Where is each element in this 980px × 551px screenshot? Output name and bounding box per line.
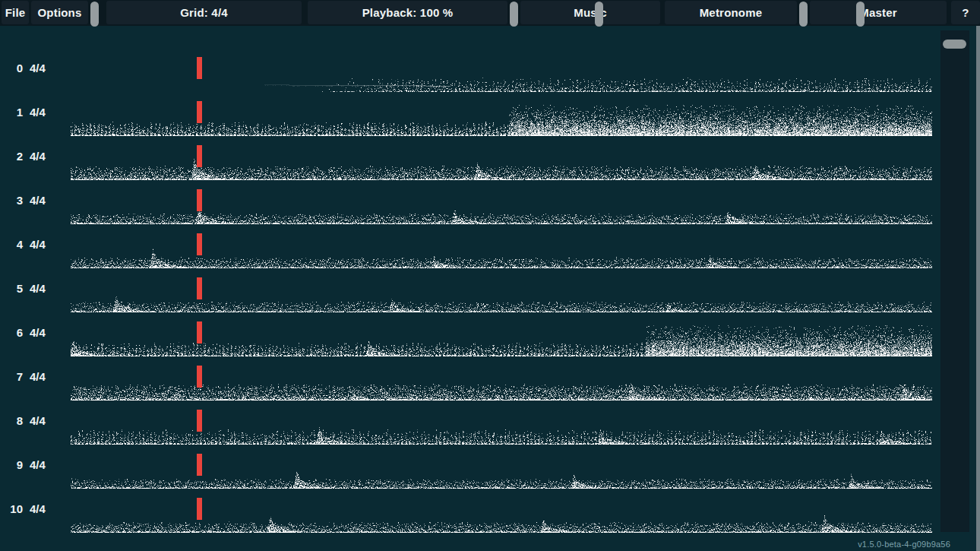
track-number: 0 xyxy=(3,62,23,74)
playhead-dash[interactable] xyxy=(197,321,202,344)
playhead-dash[interactable] xyxy=(197,410,202,432)
track-number: 10 xyxy=(3,502,23,515)
track-number: 7 xyxy=(3,370,23,383)
track-number: 6 xyxy=(3,326,23,339)
track-row: 0 4/4 xyxy=(0,48,980,92)
master-volume-label: Master xyxy=(859,6,897,19)
master-volume-handle[interactable] xyxy=(856,2,865,27)
track-time-signature: 4/4 xyxy=(30,106,46,119)
playhead-dash[interactable] xyxy=(197,233,202,255)
track-time-signature: 4/4 xyxy=(30,238,46,251)
track-time-signature: 4/4 xyxy=(30,62,46,74)
track-row: 9 4/4 xyxy=(0,445,980,489)
menu-item-options[interactable]: Options xyxy=(31,1,88,24)
metronome-volume-label: Metronome xyxy=(700,6,763,19)
menu-bar: File Options Grid: 4/4 Playback: 100 % M… xyxy=(0,0,980,26)
grid-setting-label: Grid: 4/4 xyxy=(180,6,228,19)
music-volume-slider[interactable]: Music xyxy=(520,1,660,24)
track-time-signature: 4/4 xyxy=(30,282,46,295)
metronome-volume-handle[interactable] xyxy=(799,2,808,27)
track-time-signature: 4/4 xyxy=(30,326,46,339)
version-label: v1.5.0-beta-4-g09b9a56 xyxy=(858,540,950,549)
menu-item-options-label: Options xyxy=(37,6,81,19)
playhead-dash[interactable] xyxy=(197,277,202,299)
music-volume-handle[interactable] xyxy=(595,2,603,27)
track-number: 3 xyxy=(3,194,23,207)
main-area: v1.5.0-beta-4-g09b9a56 0 4/4 1 4/4 2 4/4… xyxy=(0,26,980,551)
track-row: 4 4/4 xyxy=(0,224,980,268)
track-time-signature: 4/4 xyxy=(30,502,46,515)
playhead-dash[interactable] xyxy=(197,498,202,520)
track-row: 2 4/4 xyxy=(0,136,980,180)
track-row: 1 4/4 xyxy=(0,92,980,136)
menu-item-file-label: File xyxy=(5,6,26,19)
track-row: 6 4/4 xyxy=(0,312,980,356)
app-window: File Options Grid: 4/4 Playback: 100 % M… xyxy=(0,0,980,551)
help-button-label: ? xyxy=(962,6,969,19)
playhead-dash[interactable] xyxy=(197,454,202,476)
track-number: 8 xyxy=(3,414,23,427)
master-volume-slider[interactable]: Master xyxy=(810,1,947,24)
menu-item-file[interactable]: File xyxy=(2,1,29,24)
playback-slider-handle[interactable] xyxy=(510,2,518,27)
track-number: 4 xyxy=(3,238,23,251)
help-button[interactable]: ? xyxy=(951,1,980,24)
metronome-volume-slider[interactable]: Metronome xyxy=(665,1,797,24)
track-number: 1 xyxy=(3,106,23,119)
playhead-dash[interactable] xyxy=(197,145,202,167)
grid-setting-button[interactable]: Grid: 4/4 xyxy=(106,1,302,24)
track-time-signature: 4/4 xyxy=(30,150,46,163)
track-number: 9 xyxy=(3,458,23,471)
track-row: 5 4/4 xyxy=(0,268,980,312)
track-number: 2 xyxy=(3,150,23,163)
track-time-signature: 4/4 xyxy=(30,458,46,471)
track-time-signature: 4/4 xyxy=(30,370,46,383)
playback-speed-label: Playback: 100 % xyxy=(362,6,454,19)
track-row: 10 4/4 xyxy=(0,489,980,533)
playhead-dash[interactable] xyxy=(197,366,202,388)
track-number: 5 xyxy=(3,282,23,295)
playhead-dash[interactable] xyxy=(197,101,202,123)
playback-speed-slider[interactable]: Playback: 100 % xyxy=(308,1,507,24)
track-time-signature: 4/4 xyxy=(30,194,46,207)
playhead-dash[interactable] xyxy=(197,189,202,211)
track-time-signature: 4/4 xyxy=(30,414,46,427)
track-row: 7 4/4 xyxy=(0,356,980,401)
playhead-dash[interactable] xyxy=(197,57,202,79)
track-row: 8 4/4 xyxy=(0,401,980,445)
track-row: 3 4/4 xyxy=(0,180,980,224)
layout-splitter-handle[interactable] xyxy=(90,2,99,27)
